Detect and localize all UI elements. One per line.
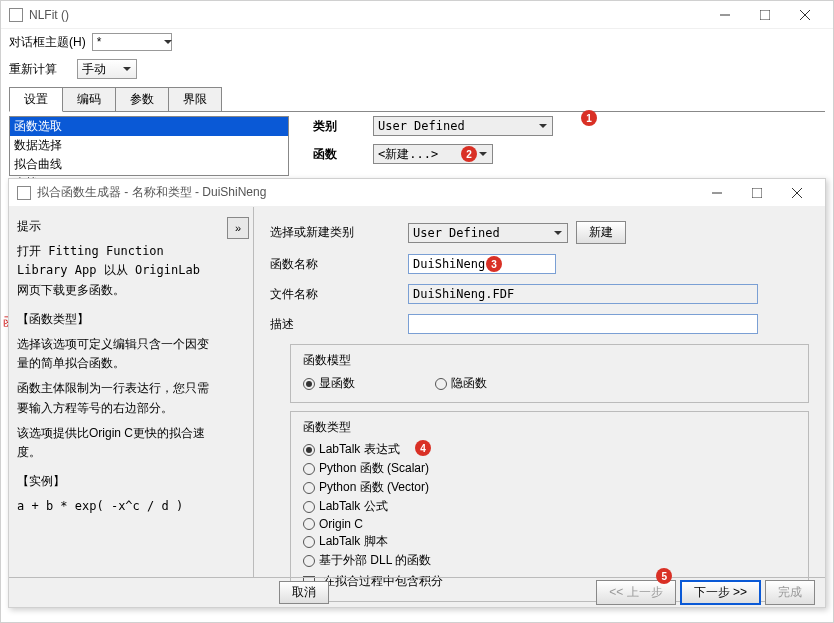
radio-origin-c[interactable]: Origin C xyxy=(303,516,796,532)
sel-category-select[interactable]: User Defined xyxy=(408,223,568,243)
radio-icon xyxy=(303,463,315,475)
settings-content: 函数选取 数据选择 拟合曲线 查找X/Y 类别 User Defined 1 函… xyxy=(1,112,833,180)
maximize-button[interactable] xyxy=(745,3,785,27)
category-label: 类别 xyxy=(313,118,363,135)
radio-explicit[interactable]: 显函数 xyxy=(303,375,355,392)
badge-1: 1 xyxy=(581,110,597,126)
builder-close-button[interactable] xyxy=(777,181,817,205)
close-button[interactable] xyxy=(785,3,825,27)
badge-3: 3 xyxy=(486,256,502,272)
recalc-label: 重新计算 xyxy=(9,61,57,78)
tab-bounds[interactable]: 界限 xyxy=(168,87,222,111)
tab-settings[interactable]: 设置 xyxy=(9,87,63,112)
next-button[interactable]: 下一步 >> xyxy=(680,580,761,605)
builder-minimize-button[interactable] xyxy=(697,181,737,205)
radio-icon xyxy=(303,482,315,494)
list-item-function-select[interactable]: 函数选取 xyxy=(10,117,288,136)
radio-icon xyxy=(303,378,315,390)
minimize-button[interactable] xyxy=(705,3,745,27)
settings-listbox[interactable]: 函数选取 数据选择 拟合曲线 查找X/Y xyxy=(9,116,289,176)
radio-icon xyxy=(303,536,315,548)
model-fieldset-title: 函数模型 xyxy=(299,352,355,369)
builder-window: 拟合函数生成器 - 名称和类型 - DuiShiNeng 提示 打开 Fitti… xyxy=(8,178,826,608)
radio-labtalk-script[interactable]: LabTalk 脚本 xyxy=(303,532,796,551)
dialog-theme-row: 对话框主题(H) xyxy=(1,29,833,55)
tab-code[interactable]: 编码 xyxy=(62,87,116,111)
builder-title: 拟合函数生成器 - 名称和类型 - DuiShiNeng xyxy=(37,184,697,201)
expand-button[interactable]: » xyxy=(227,217,249,239)
hint-p1: 打开 Fitting Function Library App 以从 Origi… xyxy=(17,242,219,300)
file-name-label: 文件名称 xyxy=(270,286,370,303)
main-tabs: 设置 编码 参数 界限 xyxy=(9,87,825,112)
dialog-theme-input[interactable] xyxy=(92,33,172,51)
desc-label: 描述 xyxy=(270,316,370,333)
hint-title: 提示 xyxy=(17,217,219,236)
dialog-theme-label: 对话框主题(H) xyxy=(9,34,86,51)
badge-4: 4 xyxy=(415,440,431,456)
function-label: 函数 xyxy=(313,146,363,163)
builder-window-controls xyxy=(697,181,817,205)
radio-python-vector[interactable]: Python 函数 (Vector) xyxy=(303,478,796,497)
func-name-label: 函数名称 xyxy=(270,256,370,273)
cancel-button[interactable]: 取消 xyxy=(279,581,329,604)
svg-rect-5 xyxy=(752,188,762,198)
file-name-input xyxy=(408,284,758,304)
chevron-down-icon[interactable] xyxy=(164,40,172,44)
main-window-controls xyxy=(705,3,825,27)
hint-panel: 提示 打开 Fitting Function Library App 以从 Or… xyxy=(9,207,227,577)
right-panel: 类别 User Defined 1 函数 <新建...> 2 xyxy=(293,116,825,176)
builder-maximize-button[interactable] xyxy=(737,181,777,205)
radio-icon xyxy=(303,555,315,567)
type-fieldset: 函数类型 LabTalk 表达式4 Python 函数 (Scalar) Pyt… xyxy=(290,411,809,602)
hint-section2: 【实例】 xyxy=(17,472,219,491)
finish-button[interactable]: 完成 xyxy=(765,580,815,605)
radio-icon xyxy=(303,444,315,456)
hint-section1: 【函数类型】 xyxy=(17,310,219,329)
builder-body: 提示 打开 Fitting Function Library App 以从 Or… xyxy=(9,207,825,577)
badge-2: 2 xyxy=(461,146,477,162)
sel-category-label: 选择或新建类别 xyxy=(270,224,370,241)
func-name-input[interactable] xyxy=(408,254,556,274)
radio-icon xyxy=(303,501,315,513)
category-select[interactable]: User Defined xyxy=(373,116,553,136)
radio-python-scalar[interactable]: Python 函数 (Scalar) xyxy=(303,459,796,478)
builder-titlebar: 拟合函数生成器 - 名称和类型 - DuiShiNeng xyxy=(9,179,825,207)
radio-icon xyxy=(303,518,315,530)
new-category-button[interactable]: 新建 xyxy=(576,221,626,244)
recalc-value: 手动 xyxy=(82,61,106,78)
radio-external-dll[interactable]: 基于外部 DLL 的函数 xyxy=(303,551,796,570)
svg-rect-1 xyxy=(760,10,770,20)
hint-p2: 选择该选项可定义编辑只含一个因变量的简单拟合函数。 xyxy=(17,335,219,373)
radio-labtalk-expr[interactable]: LabTalk 表达式4 xyxy=(303,440,796,459)
form-panel: 选择或新建类别 User Defined 新建 函数名称 3 文件名称 描述 函… xyxy=(253,207,825,577)
recalc-row: 重新计算 手动 xyxy=(1,55,833,83)
hint-p4: 该选项提供比Origin C更快的拟合速度。 xyxy=(17,424,219,462)
list-item-fit-curve[interactable]: 拟合曲线 xyxy=(10,155,288,174)
radio-icon xyxy=(435,378,447,390)
recalc-dropdown[interactable]: 手动 xyxy=(77,59,137,79)
type-fieldset-title: 函数类型 xyxy=(299,419,355,436)
model-fieldset: 函数模型 显函数 隐函数 xyxy=(290,344,809,403)
radio-labtalk-formula[interactable]: LabTalk 公式 xyxy=(303,497,796,516)
hint-p3: 函数主体限制为一行表达行，您只需要输入方程等号的右边部分。 xyxy=(17,379,219,417)
list-item-data-select[interactable]: 数据选择 xyxy=(10,136,288,155)
main-title: NLFit () xyxy=(29,8,705,22)
left-panel: 函数选取 数据选择 拟合曲线 查找X/Y xyxy=(9,116,289,176)
app-icon xyxy=(9,8,23,22)
builder-footer: 取消 << 上一步 下一步 >> 完成 5 xyxy=(9,577,825,607)
builder-icon xyxy=(17,186,31,200)
tab-params[interactable]: 参数 xyxy=(115,87,169,111)
radio-implicit[interactable]: 隐函数 xyxy=(435,375,487,392)
desc-input[interactable] xyxy=(408,314,758,334)
main-titlebar: NLFit () xyxy=(1,1,833,29)
hint-example: a + b * exp( -x^c / d ) xyxy=(17,497,219,516)
